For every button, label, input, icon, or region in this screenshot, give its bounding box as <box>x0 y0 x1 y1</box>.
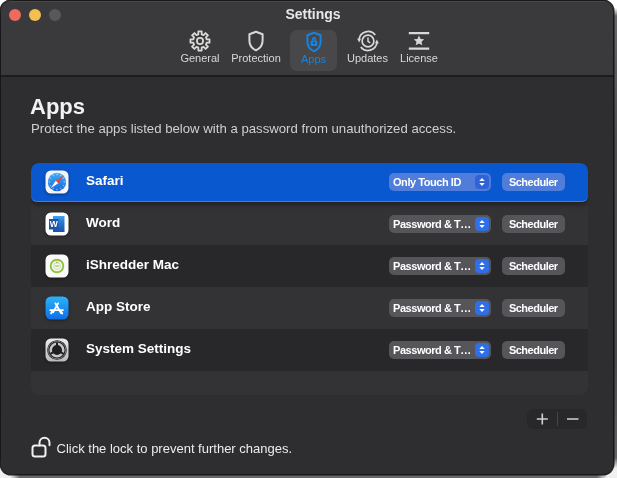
svg-text:W: W <box>50 219 59 229</box>
